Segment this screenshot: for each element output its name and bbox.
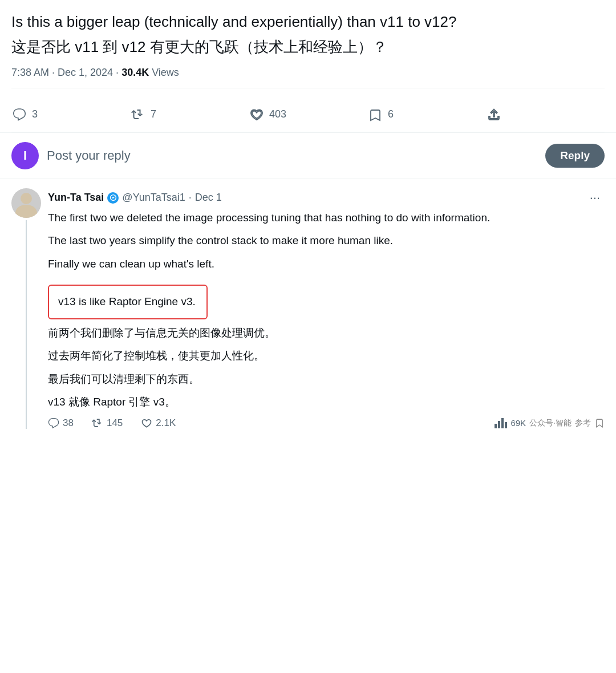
reply-body-p5: 过去两年简化了控制堆栈，使其更加人性化。 [48,348,605,364]
reply-retweet-action[interactable]: 145 [92,417,123,429]
thread-line [26,220,27,429]
verified-badge [107,192,119,204]
reply-author-handle: @YunTaTsai1 [122,192,185,204]
comment-count: 3 [32,108,38,120]
reply-retweet-count: 145 [107,417,123,429]
reply-body-p4: 前两个我们删除了与信息无关的图像处理调优。 [48,325,605,342]
current-user-avatar: I [11,142,39,169]
retweet-icon [130,107,146,123]
wechat-label: 公众号·智能 [529,418,572,428]
bookmark-count: 6 [388,108,394,120]
tweet-views-count: 30.4K [121,67,149,78]
reply-compose-area: I Post your reply Reply [0,133,616,179]
wechat-views-count: 69K [510,418,526,428]
reply-comment-icon [48,417,59,429]
reply-highlight-text: v13 is like Raptor Engine v3. [58,295,196,307]
reply-header: Yun-Ta Tsai @YunTaTsai1 · Dec 1 ··· [48,188,605,208]
reply-body-p7: v13 就像 Raptor 引擎 v3。 [48,394,605,411]
comment-action[interactable]: 3 [11,102,130,127]
avatar-image [11,188,41,218]
share-action[interactable] [486,102,605,127]
like-action[interactable]: 403 [249,102,367,127]
like-count: 403 [269,108,286,120]
reply-body: The first two we deleted the image proce… [48,210,605,411]
retweet-action[interactable]: 7 [130,102,249,127]
reply-date: · [189,192,192,204]
reply-body-p1: The first two we deleted the image proce… [48,210,605,226]
tweet-meta: 7:38 AM · Dec 1, 2024 · 30.4K Views [11,67,605,88]
reply-body-p3: Finally we can clean up what's left. [48,256,605,273]
reply-header-left: Yun-Ta Tsai @YunTaTsai1 · Dec 1 [48,192,222,204]
wechat-bookmark-label: 参考 [575,418,591,428]
reply-left-column [11,188,41,429]
reply-like-icon [141,417,152,429]
bookmark-action[interactable]: 6 [367,102,486,127]
reply-actions-bar: 38 145 2.1K 69K 公众号·智能 参考 [48,417,605,429]
reply-content: Yun-Ta Tsai @YunTaTsai1 · Dec 1 ··· The … [48,188,605,429]
tweet-text-main: Is this a bigger leap (technically and e… [11,11,605,32]
reply-comment-action[interactable]: 38 [48,417,74,429]
more-options-button[interactable]: ··· [585,188,605,208]
reply-like-action[interactable]: 2.1K [141,417,176,429]
comment-icon [11,107,27,123]
reply-body-p6: 最后我们可以清理剩下的东西。 [48,371,605,388]
tweet-container: Is this a bigger leap (technically and e… [0,0,616,133]
reply-retweet-icon [92,417,103,429]
tweet-time: 7:38 AM · Dec 1, 2024 · [11,67,121,78]
wechat-bookmark-icon [594,418,605,428]
reply-body-p2: The last two years simplify the control … [48,233,605,249]
tweet-text-translated: 这是否比 v11 到 v12 有更大的飞跃（技术上和经验上）？ [11,37,605,57]
bookmark-icon [367,107,383,123]
reply-author-name: Yun-Ta Tsai [48,192,104,204]
tweet-actions-bar: 3 7 403 6 [11,98,605,132]
tweet-views-label: Views [149,67,179,78]
wechat-watermark: 69K 公众号·智能 参考 [495,418,605,428]
reply-author-avatar [11,188,41,218]
bar-chart-icon [495,418,507,428]
reply-tweet: Yun-Ta Tsai @YunTaTsai1 · Dec 1 ··· The … [0,179,616,438]
reply-like-count: 2.1K [156,417,176,429]
share-icon [486,107,502,123]
like-icon [249,107,265,123]
reply-highlight-box: v13 is like Raptor Engine v3. [48,285,208,319]
reply-button[interactable]: Reply [545,144,605,168]
reply-comment-count: 38 [63,417,74,429]
retweet-count: 7 [151,108,156,120]
reply-date-value: Dec 1 [195,192,222,204]
reply-placeholder-text[interactable]: Post your reply [47,148,537,163]
